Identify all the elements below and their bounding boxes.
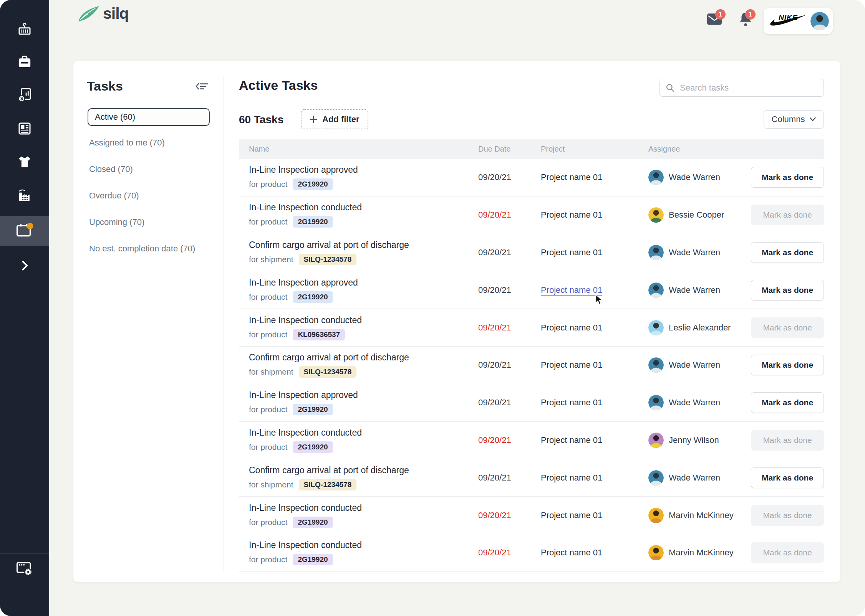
task-name-cell: In-Line Inspection approved for product …	[239, 277, 478, 303]
expand-sidebar-icon[interactable]	[15, 256, 34, 275]
add-filter-button[interactable]: Add filter	[301, 109, 368, 129]
avatar	[648, 545, 664, 560]
products-icon[interactable]	[15, 153, 34, 171]
due-date: 09/20/21	[478, 210, 541, 220]
task-subject-badge: SILQ-1234578	[299, 254, 357, 265]
task-name-cell: In-Line Inspection conducted for product…	[239, 503, 478, 528]
avatar	[648, 207, 664, 223]
project-link[interactable]: Project name 01	[541, 248, 602, 257]
mark-as-done-button[interactable]: Mark as done	[751, 467, 824, 488]
task-subject-badge: KL09636537	[293, 329, 345, 340]
task-title: In-Line Inspection conducted	[249, 428, 478, 438]
notifications-badge: 1	[745, 9, 756, 20]
avatar	[648, 508, 664, 523]
mark-as-done-button[interactable]: Mark as done	[751, 392, 824, 413]
task-subject-prefix: for product	[249, 217, 287, 226]
notifications-button[interactable]: 1	[739, 12, 752, 28]
app-logo[interactable]: silq	[78, 5, 129, 23]
assignee-name: Bessie Cooper	[669, 210, 724, 220]
filter-item[interactable]: Overdue (70)	[88, 182, 218, 209]
columns-dropdown[interactable]: Columns	[764, 110, 824, 129]
table-row: Confirm cargo arrival at port of dischar…	[239, 347, 824, 384]
active-tasks-content: Active Tasks 60 Tasks Add filter	[224, 61, 840, 582]
task-name-cell: In-Line Inspection approved for product …	[239, 165, 478, 190]
filter-active-selected[interactable]: Active (60)	[88, 108, 210, 126]
assignee: Wade Warren	[648, 357, 751, 373]
search-input[interactable]	[679, 83, 818, 93]
filter-list: Assigned to me (70)Closed (70)Overdue (7…	[88, 129, 218, 262]
avatar	[648, 282, 664, 298]
assignee-name: Marvin McKinney	[669, 510, 734, 520]
task-title: In-Line Inspection approved	[249, 277, 478, 288]
plus-icon	[310, 116, 317, 123]
task-subject-badge: 2G19920	[293, 517, 333, 528]
avatar	[648, 320, 664, 335]
mark-as-done-button: Mark as done	[751, 205, 824, 225]
task-subject-prefix: for shipment	[249, 255, 293, 264]
shipments-icon[interactable]	[15, 20, 34, 38]
assignee-name: Jenny Wilson	[669, 435, 719, 445]
mark-as-done-button[interactable]: Mark as done	[751, 167, 824, 188]
tasks-filter-panel: Tasks Active (60) Assigned to me (70)Clo…	[73, 61, 224, 582]
project-link[interactable]: Project name 01	[541, 510, 602, 520]
due-date: 09/20/21	[478, 473, 541, 483]
chevron-down-icon	[810, 117, 816, 121]
project-link[interactable]: Project name 01	[541, 473, 602, 482]
project-link[interactable]: Project name 01	[541, 360, 602, 370]
mark-as-done-button[interactable]: Mark as done	[751, 242, 824, 263]
task-name-cell: In-Line Inspection conducted for product…	[239, 202, 478, 228]
messages-button[interactable]: 1	[707, 13, 722, 27]
assignee-name: Wade Warren	[669, 285, 720, 295]
table-row: In-Line Inspection approved for product …	[239, 159, 824, 197]
orders-icon[interactable]	[15, 53, 34, 71]
project-link[interactable]: Project name 01	[541, 285, 602, 295]
app-window: $	[0, 0, 865, 616]
filter-item[interactable]: No est. completion date (70)	[88, 235, 218, 262]
tasks-icon[interactable]	[15, 221, 34, 239]
due-date: 09/20/21	[478, 360, 541, 370]
leaf-logo-icon	[78, 5, 100, 22]
assignee-name: Leslie Alexander	[669, 323, 731, 333]
table-row: In-Line Inspection approved for product …	[239, 271, 824, 309]
task-name-cell: In-Line Inspection conducted for product…	[239, 540, 478, 565]
project-link[interactable]: Project name 01	[541, 210, 602, 220]
filter-item[interactable]: Assigned to me (70)	[88, 129, 218, 156]
project-link[interactable]: Project name 01	[541, 172, 602, 182]
task-subject-prefix: for product	[249, 518, 287, 527]
organization-switcher[interactable]: NIKE	[764, 8, 833, 34]
mark-as-done-button: Mark as done	[751, 505, 824, 526]
assignee-name: Wade Warren	[669, 398, 720, 408]
tasks-table: NameDue DateProjectAssignee In-Line Insp…	[239, 139, 824, 572]
assignee: Wade Warren	[648, 470, 751, 486]
mark-as-done-button[interactable]: Mark as done	[751, 355, 824, 375]
search-tasks-box[interactable]	[660, 79, 824, 97]
documents-icon[interactable]	[15, 119, 34, 138]
due-date: 09/20/21	[478, 435, 541, 445]
project-link[interactable]: Project name 01	[541, 323, 602, 332]
project-link[interactable]: Project name 01	[541, 435, 602, 445]
task-subject-prefix: for product	[249, 443, 287, 452]
settings-icon[interactable]	[15, 559, 34, 578]
tasks-card: Tasks Active (60) Assigned to me (70)Clo…	[73, 61, 840, 582]
filter-item[interactable]: Closed (70)	[88, 156, 218, 182]
filter-item[interactable]: Upcoming (70)	[88, 209, 218, 235]
task-subject-badge: SILQ-1234578	[299, 366, 357, 378]
project-link[interactable]: Project name 01	[541, 548, 602, 557]
due-date: 09/20/21	[478, 510, 541, 520]
avatar	[648, 395, 664, 410]
page-title: Active Tasks	[239, 78, 318, 93]
collapse-panel-icon[interactable]	[196, 82, 209, 91]
factories-icon[interactable]	[15, 187, 34, 205]
column-header: Due Date	[478, 145, 541, 154]
tasks-badge-dot	[27, 223, 33, 230]
mark-as-done-button[interactable]: Mark as done	[751, 280, 824, 301]
mail-icon	[707, 20, 722, 26]
project-link[interactable]: Project name 01	[541, 398, 602, 407]
avatar	[648, 170, 664, 185]
assignee: Leslie Alexander	[648, 320, 751, 335]
task-name-cell: Confirm cargo arrival at port of dischar…	[239, 352, 478, 378]
table-row: Confirm cargo arrival at port of dischar…	[239, 234, 824, 272]
task-subject-badge: SILQ-1234578	[299, 479, 357, 490]
bell-icon	[739, 21, 752, 28]
invoices-icon[interactable]: $	[15, 86, 34, 104]
